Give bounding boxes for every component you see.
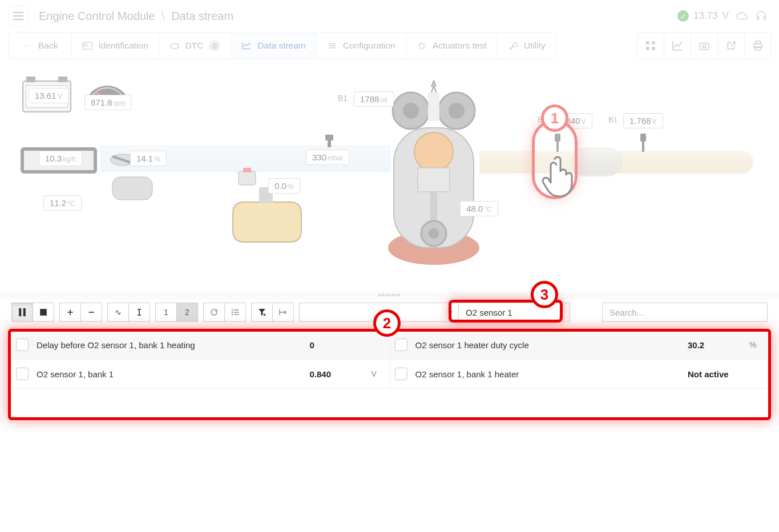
o2-post-value-box: 1.768V xyxy=(623,113,663,128)
print-button[interactable] xyxy=(744,32,772,59)
add-button[interactable]: + xyxy=(59,303,81,322)
menu-button[interactable] xyxy=(8,6,29,26)
tab-datastream[interactable]: Data stream xyxy=(231,32,316,59)
tab-label: DTC xyxy=(185,41,204,51)
row-label: O2 sensor 1, bank 1 heater xyxy=(415,369,680,379)
layout-chart-button[interactable] xyxy=(664,32,691,59)
svg-rect-11 xyxy=(700,43,709,50)
svg-rect-2 xyxy=(84,46,89,46)
svg-rect-7 xyxy=(646,41,649,45)
engine-icon xyxy=(169,41,180,51)
headset-icon[interactable] xyxy=(755,10,768,22)
panel-resize-handle[interactable] xyxy=(0,291,779,299)
voltage-value: 13.73 xyxy=(693,10,718,22)
list-button[interactable] xyxy=(224,303,246,322)
row-checkbox[interactable] xyxy=(16,338,29,351)
wave-button[interactable]: ∿ xyxy=(107,303,129,322)
svg-rect-45 xyxy=(40,309,47,316)
table-row[interactable]: Delay before O2 sensor 1, bank 1 heating… xyxy=(11,331,390,360)
screenshot-button[interactable] xyxy=(691,32,718,59)
svg-point-42 xyxy=(429,228,439,239)
collapse-button[interactable] xyxy=(272,303,294,322)
plus-icon: + xyxy=(67,307,74,319)
stop-button[interactable] xyxy=(33,303,54,322)
actuator-icon xyxy=(417,41,427,51)
app-header: Engine Control Module \ Data stream ✓ 13… xyxy=(0,0,779,32)
remove-button[interactable]: − xyxy=(80,303,102,322)
cloud-icon[interactable] xyxy=(736,10,748,22)
back-button[interactable]: ← Back xyxy=(8,32,72,59)
row-unit: V xyxy=(372,369,383,378)
row-value: 30.2 xyxy=(688,340,739,350)
svg-rect-14 xyxy=(756,41,761,44)
voltage-indicator: ✓ 13.73 V xyxy=(677,10,729,22)
svg-rect-43 xyxy=(19,308,21,316)
tab-utility[interactable]: Utility xyxy=(497,32,556,59)
list-icon xyxy=(231,308,239,316)
layout-grid-button[interactable] xyxy=(637,32,664,59)
row-checkbox[interactable] xyxy=(16,368,29,380)
o2-post-bank-label: B1 xyxy=(608,115,617,124)
row-checkbox[interactable] xyxy=(395,368,407,380)
pause-icon xyxy=(18,308,26,316)
svg-point-5 xyxy=(330,47,332,49)
collapse-icon xyxy=(279,308,287,316)
row-label: O2 sensor 1, bank 1 xyxy=(37,369,302,379)
inj-bank-label: B1 xyxy=(338,94,348,103)
map-value-box: 330mbar xyxy=(306,150,349,165)
callout-3: 3 xyxy=(531,281,558,308)
columns-1-button[interactable]: 1 xyxy=(155,303,177,322)
svg-rect-44 xyxy=(23,308,26,316)
row-label: O2 sensor 1 heater duty cycle xyxy=(415,340,680,350)
refresh-button[interactable] xyxy=(203,303,225,322)
table-row[interactable]: O2 sensor 1, bank 1 heater Not active xyxy=(390,360,768,389)
check-icon: ✓ xyxy=(677,10,689,22)
tab-dtc[interactable]: DTC 0 xyxy=(159,32,232,59)
tab-actuators[interactable]: Actuators test xyxy=(406,32,498,59)
row-value: 0 xyxy=(310,340,361,350)
svg-point-4 xyxy=(333,45,334,47)
engine-diagram: 13.61V 871.8rpm 10.3kg/h 11.2°C 14.1% 33… xyxy=(0,59,779,288)
svg-rect-25 xyxy=(112,177,152,200)
svg-rect-39 xyxy=(418,168,450,192)
svg-point-35 xyxy=(403,103,419,119)
wave-icon: ∿ xyxy=(115,308,122,317)
table-row[interactable]: O2 sensor 1, bank 1 0.840 V xyxy=(11,360,390,389)
columns-2-button[interactable]: 2 xyxy=(176,303,198,322)
svg-point-3 xyxy=(330,43,332,45)
svg-point-36 xyxy=(449,103,465,119)
svg-rect-17 xyxy=(26,76,35,82)
svg-point-6 xyxy=(419,43,424,48)
filter-x-icon xyxy=(258,308,266,316)
svg-rect-18 xyxy=(58,76,67,82)
breadcrumb: Engine Control Module \ Data stream xyxy=(39,10,233,23)
col2-label: 2 xyxy=(185,308,189,317)
minus-icon: − xyxy=(88,307,95,319)
o2-sensor-post-icon[interactable] xyxy=(638,134,648,152)
hamburger-icon xyxy=(13,12,23,20)
text-select-button[interactable] xyxy=(128,303,150,322)
pause-button[interactable] xyxy=(11,303,33,322)
breadcrumb-module: Engine Control Module xyxy=(39,10,155,22)
filter-clear-button[interactable] xyxy=(251,303,273,322)
svg-rect-9 xyxy=(646,47,649,50)
tab-label: Configuration xyxy=(343,41,395,51)
tab-label: Utility xyxy=(524,41,546,51)
row-value: Not active xyxy=(688,369,739,379)
row-checkbox[interactable] xyxy=(395,338,407,351)
dtc-badge: 0 xyxy=(209,40,220,51)
col1-label: 1 xyxy=(164,308,168,317)
export-button[interactable] xyxy=(717,32,745,59)
search-input[interactable] xyxy=(602,303,768,322)
callout-1-number: 1 xyxy=(541,104,568,132)
svg-point-47 xyxy=(232,312,233,313)
fuel-value-box: 0.0% xyxy=(268,178,300,194)
callout-3-number: 3 xyxy=(531,281,558,308)
data-stream-panel: + − ∿ 1 2 3 2 xyxy=(0,291,779,532)
table-row[interactable]: O2 sensor 1 heater duty cycle 30.2 % xyxy=(390,331,768,360)
tab-configuration[interactable]: Configuration xyxy=(316,32,406,59)
tab-identification[interactable]: Identification xyxy=(71,32,159,59)
throttle-value-box: 14.1% xyxy=(130,151,167,166)
svg-point-38 xyxy=(414,132,453,171)
map-sensor-icon[interactable] xyxy=(321,134,338,148)
